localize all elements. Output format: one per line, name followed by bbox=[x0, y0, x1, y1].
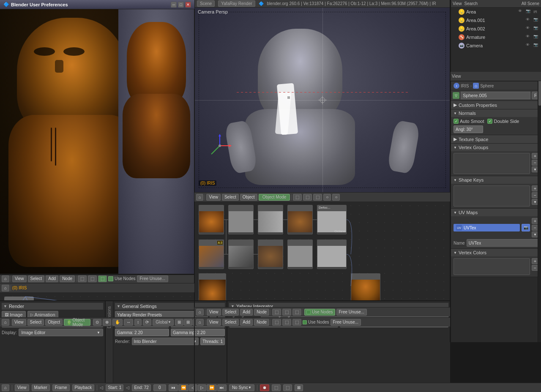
data-block-name[interactable]: Sphere.005 bbox=[461, 92, 530, 99]
tlt-grid-icon2[interactable]: ⊞ bbox=[184, 319, 192, 326]
free-unused-btn[interactable]: Free Unuse... bbox=[137, 275, 169, 282]
props-scrollbar[interactable] bbox=[538, 72, 541, 342]
bt-prev-frame[interactable]: ⏪ bbox=[178, 384, 189, 391]
rne-mode-btn[interactable]: ⌂ bbox=[196, 309, 204, 316]
cam-object-btn[interactable]: Object bbox=[240, 194, 257, 201]
rlt-use-nodes-check[interactable] bbox=[303, 320, 307, 324]
tlt-snap-btn[interactable]: ⊕ bbox=[103, 319, 111, 326]
bt-play-back[interactable]: ◁ bbox=[189, 384, 197, 391]
rne-icon2[interactable]: ⬚ bbox=[282, 309, 291, 316]
gamma-input[interactable]: Gamma: 2.20 bbox=[115, 329, 169, 336]
tlt-icon5[interactable]: ⟳ bbox=[143, 319, 151, 326]
double-side-check[interactable]: ✓ Double Side bbox=[487, 119, 519, 124]
render-into-dropdown[interactable]: Into Blender ▼ bbox=[132, 338, 199, 345]
bt-jump-start[interactable]: ⏮ bbox=[169, 384, 178, 391]
outliner-armature-camera[interactable]: 📷 bbox=[533, 34, 539, 40]
tlt-view-btn[interactable]: View bbox=[12, 319, 26, 326]
outliner-row-area002[interactable]: 💡 Area.002 👁 📷 bbox=[451, 24, 541, 33]
bt-jump-end[interactable]: ⏭ bbox=[217, 384, 227, 391]
cam-mode-dropdown[interactable]: Object Mode bbox=[259, 194, 290, 201]
scene-dropdown[interactable]: Scene bbox=[197, 0, 215, 7]
rne-add-btn[interactable]: Add bbox=[240, 309, 253, 316]
cam-view-btn[interactable]: View bbox=[206, 194, 221, 201]
tlt-mode-dropdown[interactable]: O Object Mode bbox=[64, 319, 90, 326]
tlt-icon2[interactable]: ✋ bbox=[112, 319, 123, 326]
rne-icon1[interactable]: ⬚ bbox=[272, 309, 281, 316]
custom-props-header[interactable]: ▶ Custom Properties bbox=[451, 101, 541, 109]
rne-icon3[interactable]: ⬚ bbox=[292, 309, 301, 316]
minimize-button[interactable]: ─ bbox=[171, 2, 177, 8]
bt-fullscreen-btn[interactable]: ⊠ bbox=[295, 384, 303, 391]
uv-maps-header[interactable]: UV Maps bbox=[451, 209, 541, 216]
tlt-icon4[interactable]: ↕ bbox=[134, 319, 142, 326]
tlt-object-btn[interactable]: Object bbox=[45, 319, 63, 326]
node-menu[interactable]: Node bbox=[60, 275, 75, 282]
outliner-area002-camera[interactable]: 📷 bbox=[533, 26, 539, 32]
uv-map-item[interactable]: UV UVTex bbox=[454, 224, 520, 231]
rlt-free-btn[interactable]: Free Unuse... bbox=[331, 319, 361, 326]
cam-viewport-icon3[interactable]: ⬚ bbox=[313, 194, 322, 201]
bt-end-input[interactable]: End: 72 bbox=[132, 384, 150, 391]
outliner-row-armature[interactable]: 🦴 Armature 👁 📷 bbox=[451, 33, 541, 41]
rlt-icon3[interactable]: ⬚ bbox=[282, 319, 291, 326]
bt-playback-btn[interactable]: Playback bbox=[72, 384, 95, 391]
outliner-area001-eye[interactable]: 👁 bbox=[526, 17, 532, 23]
use-nodes-checkbox[interactable] bbox=[108, 276, 113, 281]
mode-btn-3[interactable]: ⬚ bbox=[98, 275, 107, 282]
tlt-select-btn[interactable]: Select bbox=[27, 319, 44, 326]
cam-select-btn[interactable]: Select bbox=[222, 194, 239, 201]
display-dropdown[interactable]: Image Editor ▼ bbox=[19, 329, 103, 336]
uv-cam-btn[interactable]: 📷 bbox=[522, 224, 530, 231]
rne-free-btn[interactable]: Free Unuse... bbox=[336, 309, 367, 316]
outliner-camera-camera[interactable]: 📷 bbox=[533, 43, 539, 49]
tlt-pivot-btn[interactable]: ⊙ bbox=[93, 319, 101, 326]
bt-rec-btn[interactable]: ⏺ bbox=[260, 384, 269, 391]
add-menu[interactable]: Add bbox=[46, 275, 58, 282]
bt-play[interactable]: ▷ bbox=[198, 384, 206, 391]
gamma-inp-input[interactable]: Gamma inp: 2.20 bbox=[171, 329, 225, 336]
rne-select-btn[interactable]: Select bbox=[222, 309, 239, 316]
texture-space-header[interactable]: ▶ Texture Space bbox=[451, 135, 541, 144]
outliner-row-area001[interactable]: 💡 Area.001 👁 📷 bbox=[451, 16, 541, 24]
cam-viewport-icon5[interactable]: ○ bbox=[332, 194, 340, 201]
auto-smooth-check[interactable]: ✓ Auto Smoot bbox=[454, 119, 484, 124]
outliner-row-area[interactable]: 💡 Area 👁 📷 IR bbox=[451, 8, 541, 16]
uv-name-input[interactable]: UVTex bbox=[467, 239, 538, 247]
node-mode-btn[interactable]: ⌂ bbox=[2, 285, 9, 291]
outliner-row-camera[interactable]: 📷 Camera 👁 📷 bbox=[451, 41, 541, 50]
rlt-icon1[interactable]: ⌂ bbox=[196, 319, 204, 326]
normals-header[interactable]: Normals bbox=[451, 109, 541, 117]
view-select-btn[interactable]: ⌂ bbox=[2, 275, 9, 282]
bt-next-frame[interactable]: ⏩ bbox=[207, 384, 217, 391]
rlt-select-btn[interactable]: Select bbox=[222, 319, 239, 326]
tlt-icon3[interactable]: ↔ bbox=[124, 319, 133, 326]
select-menu[interactable]: Select bbox=[28, 275, 45, 282]
outliner-search-btn[interactable]: Search bbox=[464, 1, 478, 6]
renderer-dropdown[interactable]: YafaRay Render bbox=[218, 0, 255, 7]
props-scrollbar-thumb[interactable] bbox=[538, 80, 541, 106]
bt-icon2[interactable]: ⬚ bbox=[272, 384, 281, 391]
cam-viewport-icon4[interactable]: ○ bbox=[323, 194, 331, 201]
tlt-grid-icon1[interactable]: ⊞ bbox=[175, 319, 183, 326]
bt-frame-btn[interactable]: Frame bbox=[52, 384, 70, 391]
use-nodes-check-right[interactable] bbox=[306, 310, 311, 314]
outliner-camera-eye[interactable]: 👁 bbox=[526, 43, 532, 49]
mode-btn-1[interactable]: ⬚ bbox=[78, 275, 87, 282]
outliner-area001-camera[interactable]: 📷 bbox=[533, 17, 539, 23]
outliner-area-camera[interactable]: 📷 bbox=[526, 9, 532, 15]
cam-viewport-icon1[interactable]: ⬚ bbox=[293, 194, 302, 201]
close-button[interactable]: ✕ bbox=[185, 2, 191, 8]
cam-mode-icon[interactable]: ⌂ bbox=[196, 194, 203, 201]
vertex-colors-header[interactable]: Vertex Colors bbox=[451, 249, 541, 256]
threads-input[interactable]: Threads: 1 bbox=[200, 338, 225, 345]
rlt-add-btn[interactable]: Add bbox=[240, 319, 253, 326]
rne-view-btn[interactable]: View bbox=[207, 309, 221, 316]
maximize-button[interactable]: □ bbox=[178, 2, 184, 8]
rlt-icon2[interactable]: ⬚ bbox=[272, 319, 281, 326]
rlt-node-btn[interactable]: Node bbox=[254, 319, 269, 326]
bt-sync-dropdown[interactable]: No Sync ▼ bbox=[229, 384, 254, 391]
bt-marker-btn[interactable]: Marker bbox=[32, 384, 50, 391]
rne-use-nodes[interactable]: Use Nodes bbox=[304, 309, 335, 316]
shape-keys-header[interactable]: Shape Keys bbox=[451, 176, 541, 184]
bt-icon1[interactable]: ⌂ bbox=[2, 384, 9, 391]
